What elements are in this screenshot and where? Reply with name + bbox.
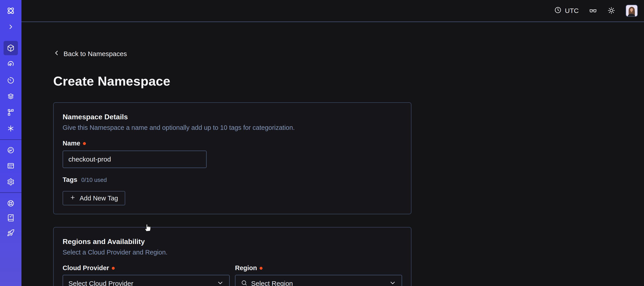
lifebuoy-icon [7,200,14,207]
region-select[interactable]: Select Region [235,275,402,286]
region-placeholder: Select Region [251,280,293,286]
card-title: Namespace Details [62,113,402,121]
sidebar-item-usage[interactable] [4,143,18,157]
add-tag-button-label: Add New Tag [80,195,118,202]
regions-card: Regions and Availability Select a Cloud … [53,227,412,286]
chevron-down-icon [389,279,396,286]
plus-icon [70,195,76,202]
cloud-provider-label: Cloud Provider [62,264,109,272]
avatar[interactable] [626,5,638,17]
sidebar-item-namespaces[interactable] [4,41,18,55]
cloud-provider-placeholder: Select Cloud Provider [68,280,133,286]
main-region: UTC [22,0,644,286]
asterisk-icon [7,125,14,132]
cloud-provider-label-row: Cloud Provider [62,264,230,272]
sidebar-item-batch[interactable] [4,89,18,104]
search-icon [241,280,248,286]
card-subtitle: Give this Namespace a name and optionall… [62,124,402,131]
card-subtitle: Select a Cloud Provider and Region. [62,249,402,256]
sidebar-item-billing[interactable] [4,159,18,173]
region-label: Region [235,264,257,272]
theme-toggle-button[interactable] [607,6,616,15]
spiral-eye-icon [7,60,14,68]
clock-icon [554,6,562,15]
back-link[interactable]: Back to Namespaces [53,50,127,58]
namespace-name-input[interactable] [62,151,206,168]
git-branch-icon [7,109,14,116]
sidebar-item-nexus[interactable] [4,121,18,136]
browser-icon [7,162,14,170]
region-label-row: Region [235,264,402,272]
sidebar [0,0,22,286]
gear-icon [7,178,14,186]
tags-label-row: Tags 0/10 used [62,176,402,183]
page-title: Create Namespace [53,73,644,89]
card-title: Regions and Availability [62,237,402,246]
chevron-down-icon [217,279,224,286]
cloud-provider-select[interactable]: Select Cloud Provider [62,275,230,286]
sidebar-item-deployments[interactable] [4,105,18,120]
sidebar-item-docs[interactable] [4,211,18,225]
chevron-left-icon [53,50,60,58]
sidebar-item-workflows[interactable] [4,57,18,71]
chevron-right-icon [8,23,14,30]
sidebar-item-logo[interactable] [4,3,18,18]
labs-button[interactable] [589,6,597,15]
add-tag-button[interactable]: Add New Tag [62,191,125,205]
sidebar-item-schedules[interactable] [4,73,18,88]
rocket-icon [7,229,14,237]
topbar: UTC [22,0,644,22]
sun-icon [607,6,616,15]
temporal-logo-icon [6,6,16,15]
required-dot [112,267,115,270]
required-dot [260,267,262,270]
gauge-icon [7,146,14,154]
sidebar-item-settings[interactable] [4,175,18,189]
sidebar-expand-button[interactable] [4,20,18,34]
sidebar-divider [0,139,22,140]
name-label-row: Name [62,139,402,147]
timezone-label: UTC [565,7,579,14]
glasses-icon [589,6,597,15]
tags-label: Tags [62,176,77,183]
cube-icon [7,44,14,52]
book-sparkles-icon [7,214,14,222]
name-label: Name [62,139,80,147]
tags-counter: 0/10 used [82,177,107,183]
namespace-details-card: Namespace Details Give this Namespace a … [53,102,412,214]
timezone-selector[interactable]: UTC [554,6,579,15]
sidebar-item-getting-started[interactable] [4,226,18,240]
required-dot [83,142,86,145]
back-link-label: Back to Namespaces [64,50,127,58]
page-content: Back to Namespaces Create Namespace Name… [22,22,644,286]
sidebar-item-support[interactable] [4,196,18,211]
layers-icon [7,93,14,100]
cloud-provider-column: Cloud Provider Select Cloud Provider [62,264,230,286]
sidebar-divider [0,192,22,193]
timer-icon [7,77,14,84]
region-column: Region Select Region [235,264,402,286]
provider-region-grid: Cloud Provider Select Cloud Provider [62,264,402,286]
